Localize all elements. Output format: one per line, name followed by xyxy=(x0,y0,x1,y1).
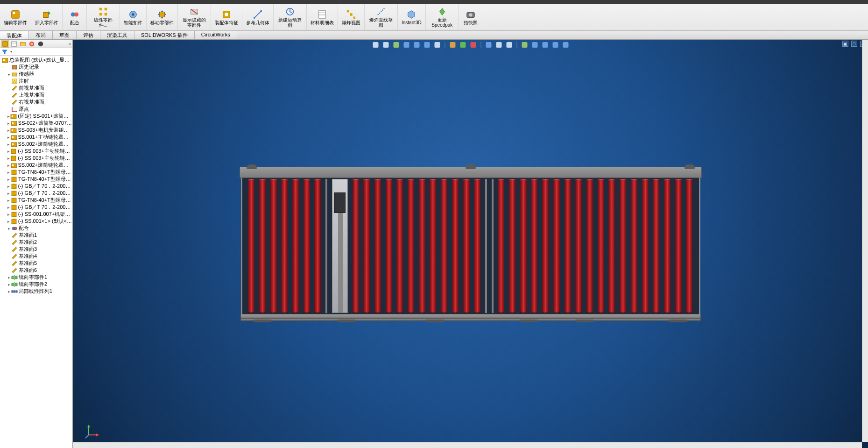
edit-component-button[interactable]: 编辑零部件 xyxy=(0,4,31,30)
zoom-area-icon[interactable] xyxy=(382,41,389,49)
rendertools-icon[interactable] xyxy=(495,41,502,49)
tree-item[interactable]: 基准面2 xyxy=(0,239,72,246)
tree-expander[interactable]: ▸ xyxy=(7,219,11,224)
filter-icon[interactable] xyxy=(1,49,8,55)
display-style-icon[interactable] xyxy=(423,41,430,49)
tree-item[interactable]: ▸ SS-003+电机安装组件-0707 xyxy=(0,127,72,134)
prev-view-icon[interactable] xyxy=(392,41,400,49)
tree-item[interactable]: ▸ (固定) SS-001+滚筒线01机架 xyxy=(0,113,72,120)
dimxpert-tab[interactable] xyxy=(37,40,44,48)
panel-collapse-chevron[interactable]: » xyxy=(69,42,71,46)
tree-expander[interactable]: ▸ xyxy=(7,184,11,189)
tree-item[interactable]: 基准面5 xyxy=(0,260,72,267)
tree-item[interactable]: 上视基准面 xyxy=(0,92,72,99)
tree-expander[interactable]: ▸ xyxy=(7,205,11,210)
tree-item[interactable]: ▸ 镜向零部件1 xyxy=(0,274,72,281)
insert-component-button[interactable]: 插入零部件 xyxy=(31,4,63,30)
tree-expander[interactable]: ▸ xyxy=(7,170,11,175)
feature-tree-tab[interactable] xyxy=(1,40,9,48)
tree-item[interactable]: 历史记录 xyxy=(0,64,72,71)
new-motion-button[interactable]: 新建运动算例 xyxy=(274,4,307,30)
grid-icon[interactable] xyxy=(521,41,528,49)
show-hidden-button[interactable]: 显示隐藏的零部件 xyxy=(178,4,211,30)
tree-item[interactable]: 基准面6 xyxy=(0,267,72,274)
snapshot-button[interactable]: 拍快照 xyxy=(459,4,483,30)
model-render[interactable] xyxy=(240,167,702,321)
section-icon[interactable] xyxy=(402,41,410,49)
tree-expander[interactable]: ▸ xyxy=(7,163,11,168)
graphics-viewport[interactable]: ▣ □ — xyxy=(73,40,868,448)
viewport-tile-icon[interactable]: ▣ xyxy=(842,41,848,47)
tree-expander[interactable]: ▸ xyxy=(7,198,11,203)
view-triad-icon[interactable] xyxy=(84,424,100,440)
tree-expander[interactable]: ▸ xyxy=(7,191,11,196)
view-orient-icon[interactable] xyxy=(413,41,420,49)
appearance-tab[interactable] xyxy=(28,40,35,48)
shadow-icon[interactable] xyxy=(531,41,538,49)
move-component-button[interactable]: 移动零部件 xyxy=(147,4,178,30)
cmdtab-circuitworks[interactable]: CircuitWorks xyxy=(195,31,237,39)
tree-expander[interactable]: ▸ xyxy=(7,72,11,77)
tree-expander[interactable]: ▸ xyxy=(7,156,10,161)
tree-expander[interactable]: ▸ xyxy=(7,226,11,231)
tree-expander[interactable]: ▸ xyxy=(7,135,11,140)
cmdtab-assembly[interactable]: 装配体 xyxy=(0,31,29,39)
render-icon[interactable] xyxy=(551,41,559,49)
update-speedpak-button[interactable]: 更新Speedpak xyxy=(426,4,459,30)
perspective-icon[interactable] xyxy=(505,41,513,49)
tree-expander[interactable]: ▸ xyxy=(7,289,11,294)
linear-pattern-button[interactable]: 线性零部件... xyxy=(87,4,120,30)
tree-item[interactable]: ▸ 镜向零部件2 xyxy=(0,281,72,288)
tree-expander[interactable]: ▸ xyxy=(7,282,11,287)
tree-expander[interactable]: ▸ xyxy=(7,177,11,182)
tree-item[interactable]: ▸ SS.002+滚筒链轮罩板-0707 xyxy=(0,141,72,148)
property-tab[interactable] xyxy=(10,40,18,48)
layers-icon[interactable] xyxy=(562,41,569,49)
smart-fasteners-button[interactable]: 智能扣件 xyxy=(120,4,147,30)
tree-item[interactable]: ▸ TG-TN8-40+T型螺母块M8 xyxy=(0,176,72,183)
view-settings-icon[interactable] xyxy=(485,41,492,49)
appearance-icon[interactable] xyxy=(459,41,466,49)
viewport-scrollbar-horizontal[interactable] xyxy=(73,442,862,448)
cmdtab-layout[interactable]: 布局 xyxy=(29,31,53,39)
tree-root[interactable]: 总装配图 (默认<默认_显示状态 xyxy=(0,57,72,64)
tree-expander[interactable]: ▸ xyxy=(7,128,10,133)
tree-expander[interactable]: ▸ xyxy=(7,114,10,119)
scene-icon[interactable] xyxy=(449,41,456,49)
exploded-view-button[interactable]: 爆炸视图 xyxy=(338,4,365,30)
cmdtab-render[interactable]: 渲染工具 xyxy=(100,31,134,39)
tree-item[interactable]: ▸ (-) SS-001.007+机架铝型材 xyxy=(0,211,72,218)
assembly-features-button[interactable]: 装配体特征 xyxy=(211,4,242,30)
instant3d-button[interactable]: Instant3D xyxy=(398,4,426,30)
tree-item[interactable]: 原点 xyxy=(0,106,72,113)
cmdtab-sketch[interactable]: 草图 xyxy=(53,31,77,39)
bom-button[interactable]: 材料明细表 xyxy=(307,4,338,30)
decal-icon[interactable] xyxy=(469,41,477,49)
tree-item[interactable]: 基准面3 xyxy=(0,246,72,253)
tree-item[interactable]: ▸ TG-TN8-40+T型螺母块M8 xyxy=(0,169,72,176)
tree-item[interactable]: 基准面4 xyxy=(0,253,72,260)
tree-item[interactable]: 前视基准面 xyxy=(0,85,72,92)
reference-geom-button[interactable]: 参考几何体 xyxy=(242,4,274,30)
tree-item[interactable]: ▸ (-) SS.001<1> (默认<<默认 xyxy=(0,218,72,225)
tree-item[interactable]: 注解 xyxy=(0,78,72,85)
tree-item[interactable]: ▸ SS-002+滚筒架-070707.1< xyxy=(0,120,72,127)
tree-item[interactable]: ▸ 传感器 xyxy=(0,71,72,78)
tree-item[interactable]: ▸ (-) GB／T 70．2-2000+内六 xyxy=(0,183,72,190)
viewport-maximize-icon[interactable]: □ xyxy=(851,41,857,47)
tree-item[interactable]: ▸ SS.002+滚筒链轮罩板-0707 xyxy=(0,162,72,169)
tree-item[interactable]: ▸ 配合 xyxy=(0,225,72,232)
tree-item[interactable]: 基准面1 xyxy=(0,232,72,239)
tree-expander[interactable]: ▸ xyxy=(7,212,11,217)
tree-expander[interactable]: ▸ xyxy=(7,275,11,280)
viewport-scrollbar-vertical[interactable] xyxy=(862,40,868,442)
tree-item[interactable]: ▸ (-) SS.003+主动轮链条-0707 xyxy=(0,155,72,162)
tree-expander[interactable]: ▸ xyxy=(7,121,11,126)
explode-line-button[interactable]: 爆炸直线草图 xyxy=(365,4,398,30)
tree-expander[interactable]: ▸ xyxy=(7,142,11,147)
config-tab[interactable] xyxy=(19,40,27,48)
tree-item[interactable]: ▸ (-) GB／T 70．2-2000+内六 xyxy=(0,190,72,197)
tree-expander[interactable]: ▸ xyxy=(7,149,10,154)
camera-icon[interactable] xyxy=(541,41,549,49)
tree-item[interactable]: ▸ TG-TN8-40+T型螺母块M8 xyxy=(0,197,72,204)
